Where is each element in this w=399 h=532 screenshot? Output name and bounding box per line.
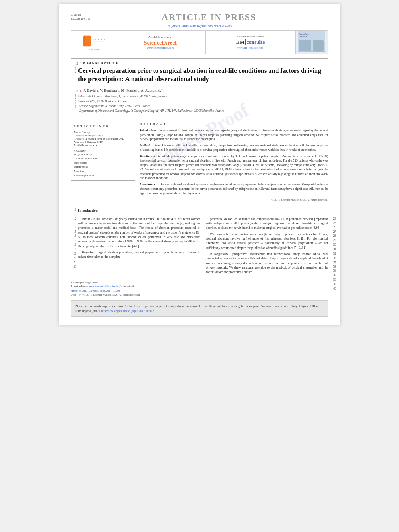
- article-in-press-banner: ARTICLE IN PRESS: [90, 12, 328, 23]
- rln-29: 29: [333, 238, 337, 243]
- line-num-4: 4: [71, 70, 76, 74]
- line-num-14: 14: [71, 226, 76, 230]
- rln-40: 40: [333, 287, 337, 291]
- line-num-19: 19: [71, 247, 76, 252]
- line-num-22: 22: [71, 261, 76, 265]
- line-num-3: 3: [71, 67, 76, 70]
- line-num-20: 20: [71, 252, 76, 256]
- kw-5: Abortion: [74, 169, 132, 174]
- received-date: Received 16 August 2017: [74, 134, 132, 137]
- body-left-column: About 215,000 abortions are yearly carri…: [78, 217, 200, 276]
- rln-26: 26: [333, 226, 337, 230]
- aff-d-text: Department of Obstetric and Gynecology, …: [79, 109, 224, 113]
- rln-34: 34: [333, 261, 337, 265]
- em-masson-label: Elsevier Masson France: [237, 35, 264, 38]
- consulte-text: consulte: [247, 39, 265, 45]
- aff-d: d Department of Obstetric and Gynecology…: [78, 109, 224, 113]
- body-right-para-1: procedure, as well as to reduce the comp…: [206, 217, 328, 230]
- publisher-logos-section: ELSEVIER ELSEVIER Available online at Sc…: [71, 30, 328, 54]
- corresponding-author-note: * Corresponding author.: [71, 281, 328, 284]
- sciencedirect-url: www.sciencedirect.com: [147, 46, 174, 49]
- keywords-section: Keywords: Surgical abortion Cervical pre…: [74, 149, 132, 178]
- intro-heading-row: 10 11 Introduction: [71, 208, 328, 217]
- svg-text:ELSEVIER: ELSEVIER: [93, 38, 105, 41]
- abstract-results: Results. – A total of 542 patients agree…: [140, 154, 328, 181]
- abstract-title: A B S T R A C T: [140, 122, 328, 127]
- intro-section-heading: Introduction: [78, 208, 328, 213]
- rln-36: 36: [333, 269, 337, 273]
- authors-text: P. David a, V. Rondeau b, M. Pouriel c, …: [83, 88, 163, 92]
- revised-date: Received in revised form 29 September 20…: [74, 137, 132, 140]
- journal-cover-image: Gynecology Obstetrics: [296, 31, 328, 54]
- body-columns-row: 12 13 14 15 16 17 18 19 20 21 22 23 Abou…: [71, 217, 328, 276]
- body-two-columns: About 215,000 abortions are yearly carri…: [78, 217, 328, 276]
- available-online-label: Available online at: [148, 35, 172, 39]
- aff-b-text: Inserm U897, 33000 Bordeaux, France: [79, 99, 127, 104]
- svg-text:Obstetrics: Obstetrics: [299, 35, 307, 37]
- email-line: E-mail address: aubert.agostini@ap-hm.fr…: [71, 284, 328, 288]
- abstract-column: A B S T R A C T Introduction. – Few data…: [140, 122, 328, 202]
- elsevier-label: ELSEVIER: [87, 48, 99, 51]
- jogoh-label: JOGOH 110 1–5: [71, 17, 90, 21]
- line-num-2: 2: [71, 61, 78, 66]
- abstract-box: A B S T R A C T Introduction. – Few data…: [140, 122, 328, 202]
- article-info-column: A R T I C L E I N F O Article history: R…: [71, 122, 135, 202]
- rln-24: 24: [333, 217, 337, 221]
- cover-placeholder: Gynecology Obstetrics: [298, 32, 325, 52]
- citation-bar: Please cite this article in press as: Da…: [71, 300, 328, 317]
- aff-a-text: Maternité Clinique Jules-Verne, 4, route…: [79, 94, 167, 99]
- copyright-line: © 2017 Elsevier Masson SAS. All rights r…: [140, 198, 328, 202]
- methods-label: Methods.: [140, 144, 152, 147]
- rln-32: 32: [333, 252, 337, 256]
- aff-c: c Société Kappa Santé, 4, rue de Cléry, …: [78, 104, 224, 109]
- cite-doi-link: https://doi.org/10.1016/j.jogoh.2017.10.…: [101, 309, 154, 313]
- footnotes-section: * Corresponding author. E-mail address: …: [71, 279, 328, 288]
- accepted-date: Accepted 6 October 2017: [74, 140, 132, 144]
- kw-3: Misoprostol: [74, 161, 132, 165]
- rln-31: 31: [333, 247, 337, 252]
- abstract-conclusions: Conclusions. – Our study showed an almos…: [140, 183, 328, 196]
- results-label: Results.: [140, 154, 150, 158]
- abstract-intro: Introduction. – Few data exist to docume…: [140, 129, 328, 142]
- article-type-label: Original Article: [80, 61, 118, 65]
- rln-27: 27: [333, 230, 337, 234]
- em-brand-row: EM consulte: [236, 39, 265, 45]
- line-num-5: 5: [71, 88, 78, 93]
- line-num-15: 15: [71, 230, 76, 234]
- corr-label: * Corresponding author.: [71, 281, 98, 284]
- line-num-10: 10: [71, 208, 76, 212]
- em-consulte-block: Elsevier Masson France EM consulte www.e…: [206, 31, 296, 54]
- rln-30: 30: [333, 243, 337, 247]
- email-address: aubert.agostini@ap-hm.fr: [89, 284, 118, 288]
- rln-28: 28: [333, 234, 337, 238]
- sciencedirect-block: Available online at ScienceDirect www.sc…: [115, 31, 206, 54]
- g-model-label: G Model: [71, 13, 90, 17]
- line-num-23: 23: [71, 265, 76, 269]
- body-right-para-2: With available recent practice guideline…: [206, 232, 328, 250]
- line-num-16: 16: [71, 234, 76, 238]
- right-line-nums: 24 25 26 27 28 29 30 31 32 33 34 35: [333, 217, 337, 291]
- svg-rect-9: [313, 40, 324, 51]
- article-meta-section: 2 Original Article 3 4 Cervical preparat…: [71, 61, 328, 116]
- line-num-7: 7: [71, 98, 76, 101]
- methods-text: – From December 2013 to July 2014, a lon…: [140, 144, 328, 152]
- rln-37: 37: [333, 273, 337, 278]
- aff-c-text: Société Kappa Santé, 4, rue de Cléry, 75…: [79, 104, 150, 109]
- results-text: – A total of 542 patients agreed to part…: [140, 154, 328, 180]
- header-divider: [71, 58, 328, 59]
- affiliations-row: 6 7 8 9 a Maternité Clinique Jules-Verne…: [71, 94, 328, 116]
- article-info-title: A R T I C L E I N F O: [74, 125, 132, 129]
- top-banner: G Model JOGOH 110 1–5 ARTICLE IN PRESS: [71, 12, 328, 23]
- kw-6: Real-life practices: [74, 173, 132, 178]
- line-num-6: 6: [71, 94, 76, 98]
- em-separator: [245, 39, 246, 45]
- kw-1: Surgical abortion: [74, 152, 132, 157]
- email-suffix: (A. Agostini).: [119, 284, 134, 288]
- abstract-methods: Methods. – From December 2013 to July 20…: [140, 144, 328, 152]
- line-num-spacer-3: 3 4: [71, 67, 78, 74]
- intro-label: Introduction.: [140, 129, 156, 132]
- elsevier-graphic-icon: ELSEVIER: [81, 34, 105, 48]
- conclusions-text: – Our study showed an almost systematic …: [140, 183, 328, 195]
- elsevier-logo-block: ELSEVIER ELSEVIER: [71, 31, 115, 54]
- body-line-nums-10-11: 10 11: [71, 208, 78, 217]
